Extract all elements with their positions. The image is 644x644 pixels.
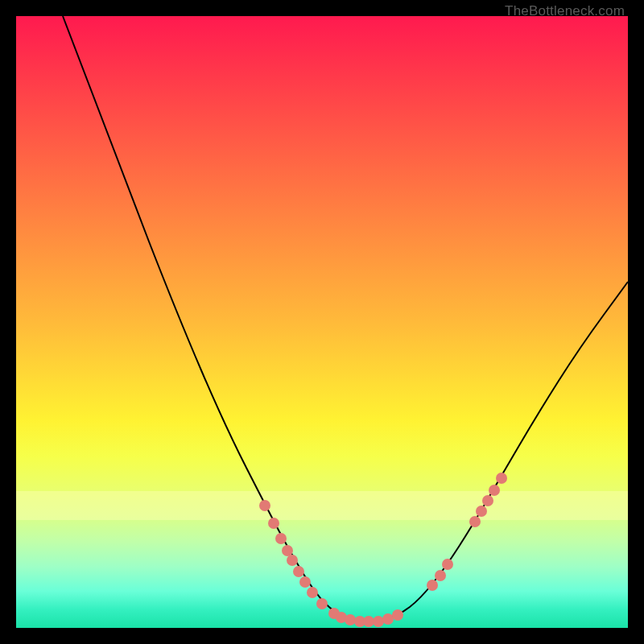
curve-dot (382, 613, 394, 625)
curve-dot (293, 566, 304, 577)
bottleneck-curve (63, 16, 628, 621)
curve-dot (275, 533, 287, 544)
curve-dot (469, 516, 481, 527)
curve-dot (427, 580, 438, 591)
curve-dot (496, 473, 507, 484)
curve-dot (392, 609, 403, 621)
curve-dot (259, 500, 270, 511)
curve-dot (282, 545, 293, 556)
curve-dot (442, 559, 453, 570)
curve-dot (476, 506, 487, 517)
curve-dot (363, 616, 374, 627)
curve-dot (268, 518, 279, 529)
curve-dot (435, 570, 446, 581)
curve-dot (373, 616, 384, 627)
curve-dot (482, 495, 493, 506)
curve-dot (299, 576, 311, 588)
curve-dot (316, 598, 328, 609)
curve-dot (287, 555, 298, 566)
dot-layer (259, 473, 507, 627)
curve-dot (489, 485, 500, 496)
curve-dot (307, 587, 318, 598)
curve-dot (345, 614, 356, 625)
bottleneck-curve-svg (16, 16, 628, 628)
